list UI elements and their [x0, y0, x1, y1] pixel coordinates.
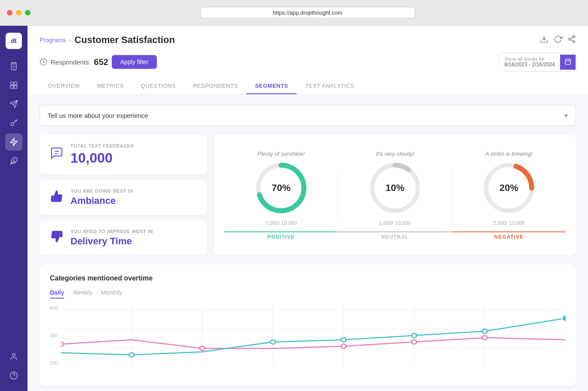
positive-count: 7,000/ 10,000	[265, 219, 297, 226]
breadcrumb-programs[interactable]: Programs	[40, 37, 66, 43]
svg-point-55	[412, 333, 417, 338]
neutral-percentage: 10%	[386, 182, 404, 194]
sidebar-logo[interactable]: dt	[6, 33, 22, 49]
sidebar-item-send[interactable]	[5, 95, 22, 113]
sidebar-item-help[interactable]	[5, 367, 22, 384]
thumbs-up-icon	[50, 189, 64, 206]
negative-percentage: 20%	[499, 182, 518, 194]
sidebar-item-clipboard[interactable]	[5, 58, 22, 75]
svg-rect-0	[13, 63, 15, 64]
total-feedbacks-text: TOTAL TEXT FEEDBACKS 10,000	[70, 143, 134, 166]
doing-best-card: YOU ARE DOING BEST IN Ambiance	[40, 180, 207, 215]
main-content: Programs › Customer Satisfaction	[28, 26, 588, 391]
sentiment-positive: Plenty of sunshine! 70% 7,000/ 10,000 PO…	[224, 151, 338, 240]
neutral-donut: 10%	[369, 162, 421, 214]
chart-tab-weekly[interactable]: Weekly	[73, 289, 92, 299]
svg-point-53	[270, 340, 276, 344]
traffic-light-yellow[interactable]	[16, 10, 21, 15]
y-tick-400: 400	[50, 305, 58, 311]
apply-filter-button[interactable]: Apply filter	[112, 55, 157, 69]
chart-tab-monthly[interactable]: Monthly	[101, 289, 122, 299]
tab-respondents[interactable]: RESPONDENTS	[184, 78, 246, 94]
negative-count: 2,000/ 10,000	[493, 219, 524, 226]
header-row2: Respondents: 652 Apply filter Show all r…	[40, 52, 576, 71]
header: Programs › Customer Satisfaction	[28, 26, 588, 95]
svg-rect-26	[565, 59, 570, 64]
date-filter-calendar-btn[interactable]	[560, 55, 576, 70]
refresh-icon[interactable]	[554, 35, 562, 46]
positive-donut: 70%	[255, 162, 307, 214]
sidebar-item-key[interactable]	[5, 114, 22, 132]
segment-dropdown-label: Tell us more about your experience	[48, 112, 148, 119]
respondents-label: Respondents:	[51, 58, 91, 66]
url-bar[interactable]: https://app.dropthought.com	[200, 7, 415, 18]
tab-text-analytics[interactable]: TEXT ANALYTICS	[297, 78, 363, 94]
breadcrumb: Programs › Customer Satisfaction	[40, 34, 576, 46]
improve-most-label: YOU NEED TO IMPROVE MOST IN	[70, 229, 153, 234]
neutral-count: 1,000/ 10,000	[379, 219, 410, 226]
logo-text: dt	[11, 37, 16, 44]
sidebar-item-person[interactable]	[5, 348, 22, 365]
traffic-light-green[interactable]	[25, 10, 31, 15]
left-cards: TOTAL TEXT FEEDBACKS 10,000 YOU ARE DOIN…	[40, 135, 207, 256]
svg-point-22	[573, 40, 575, 43]
svg-point-16	[12, 354, 15, 357]
neutral-type: NEUTRAL	[338, 231, 452, 240]
svg-marker-13	[11, 139, 17, 146]
respondents: Respondents: 652 Apply filter	[40, 55, 157, 69]
traffic-light-red[interactable]	[7, 10, 12, 15]
improve-most-card: YOU NEED TO IMPROVE MOST IN Delivery Tim…	[40, 220, 207, 256]
svg-point-50	[412, 340, 417, 344]
date-filter-text: Show all results for 8/16/2023 - 2/16/20…	[499, 53, 560, 71]
chart-card: Categories mentioned overtime Daily Week…	[40, 264, 576, 386]
header-icons	[540, 35, 576, 46]
svg-line-23	[570, 40, 573, 41]
improve-most-text: YOU NEED TO IMPROVE MOST IN Delivery Tim…	[70, 229, 153, 247]
sidebar-item-survey[interactable]	[5, 77, 22, 94]
svg-line-24	[570, 37, 573, 38]
tab-questions[interactable]: QUESTIONS	[132, 78, 184, 94]
page-title: Customer Satisfaction	[74, 34, 175, 46]
download-icon[interactable]	[540, 35, 548, 46]
total-feedbacks-label: TOTAL TEXT FEEDBACKS	[70, 143, 134, 148]
positive-label: Plenty of sunshine!	[257, 151, 305, 157]
svg-point-47	[61, 342, 64, 346]
chart-tab-daily[interactable]: Daily	[50, 289, 64, 299]
y-tick-300: 300	[50, 333, 58, 338]
doing-best-value: Ambiance	[70, 195, 133, 206]
line-chart-svg	[61, 305, 566, 374]
cards-row: TOTAL TEXT FEEDBACKS 10,000 YOU ARE DOIN…	[40, 135, 576, 256]
svg-point-54	[341, 338, 346, 342]
tab-metrics[interactable]: METRICS	[89, 78, 132, 94]
negative-label: A strōm is brewing!	[485, 151, 533, 157]
negative-donut: 20%	[483, 162, 535, 214]
segment-dropdown[interactable]: Tell us more about your experience ▾	[40, 105, 576, 126]
chart-area: 400 300 200	[50, 305, 566, 376]
breadcrumb-separator: ›	[69, 37, 71, 43]
tab-overview[interactable]: OVERVIEW	[40, 78, 89, 94]
svg-rect-6	[14, 86, 17, 89]
chart-tabs: Daily Weekly Monthly	[50, 289, 566, 299]
content-area: Tell us more about your experience ▾ TOT…	[28, 95, 588, 391]
line-chart-svg-container	[61, 305, 566, 376]
svg-rect-3	[11, 82, 14, 85]
sidebar-item-puzzle[interactable]	[5, 152, 22, 169]
total-feedbacks-card: TOTAL TEXT FEEDBACKS 10,000	[40, 135, 207, 175]
y-axis: 400 300 200	[50, 305, 58, 374]
chevron-down-icon: ▾	[564, 111, 568, 120]
share-icon[interactable]	[567, 35, 576, 46]
svg-rect-4	[14, 82, 17, 85]
sidebar-bottom	[5, 348, 22, 384]
svg-point-20	[573, 35, 575, 37]
positive-percentage: 70%	[272, 182, 291, 194]
sentiment-negative: A strōm is brewing! 20% 2,000/ 10,000 NE…	[452, 151, 566, 240]
sidebar-item-lightning[interactable]	[5, 133, 22, 151]
tab-segments[interactable]: SEGMENTS	[246, 78, 297, 94]
date-filter[interactable]: Show all results for 8/16/2023 - 2/16/20…	[499, 52, 576, 71]
positive-type: POSITIVE	[224, 231, 338, 240]
respondents-count: 652	[94, 57, 108, 67]
date-range: 8/16/2023 - 2/16/2024	[505, 62, 555, 68]
y-tick-200: 200	[50, 360, 58, 366]
sentiment-panel: Plenty of sunshine! 70% 7,000/ 10,000 PO…	[214, 135, 576, 256]
svg-point-49	[341, 344, 346, 348]
